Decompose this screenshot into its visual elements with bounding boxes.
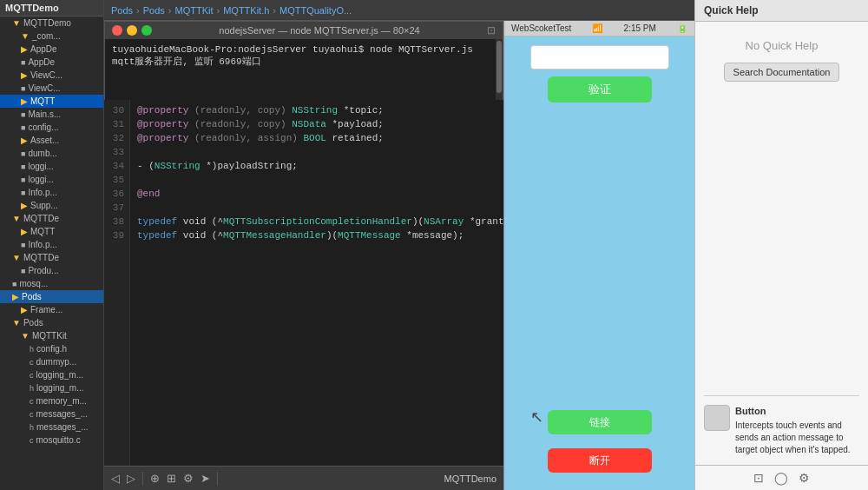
toolbar-build-icon[interactable]: ⊕ xyxy=(150,472,160,485)
code-editor[interactable]: 30 31 32 33 34 35 36 37 38 39 @property … xyxy=(104,100,503,466)
terminal-close-btn[interactable] xyxy=(112,25,122,36)
sim-input-field[interactable] xyxy=(530,45,669,70)
simulator-screen: 验证 ↖ 链接 断开 xyxy=(504,36,694,490)
folder-icon: ▶ xyxy=(21,201,28,210)
sidebar-item-assets[interactable]: ▶ Asset... xyxy=(0,134,103,147)
sidebar-item-msgm2[interactable]: h messages_... xyxy=(0,420,103,434)
right-panel: Quick Help No Quick Help Search Document… xyxy=(694,0,868,490)
sidebar-item-infop2[interactable]: ■ Info.p... xyxy=(0,238,103,251)
terminal-maximize-btn[interactable] xyxy=(141,25,152,36)
sidebar-item-viewc2[interactable]: ■ ViewC... xyxy=(0,82,103,95)
toolbar-run-icon[interactable]: ⊞ xyxy=(167,472,176,485)
sidebar-item-produ[interactable]: ■ Produ... xyxy=(0,264,103,277)
breadcrumb-mqttkith[interactable]: MQTTKit.h xyxy=(223,5,269,16)
sim-verify-button[interactable]: 验证 xyxy=(548,76,652,103)
terminal-line1: tuyaohuideMacBook-Pro:nodejsServer tuyao… xyxy=(112,44,496,55)
footer-back-icon[interactable]: ⊡ xyxy=(753,471,764,485)
terminal-collapse-icon[interactable]: ⊡ xyxy=(487,24,496,36)
terminal-minimize-btn[interactable] xyxy=(127,25,137,36)
breadcrumb-pods1[interactable]: Pods xyxy=(111,5,133,16)
sidebar-item-mqttde1[interactable]: ▼ MQTTDe xyxy=(0,212,103,225)
file-icon: ■ xyxy=(21,123,25,132)
sidebar-item-mosquitto[interactable]: c mosquitto.c xyxy=(0,434,103,447)
breadcrumb-pods2[interactable]: Pods xyxy=(143,5,165,16)
quick-help-header: Quick Help xyxy=(695,0,868,22)
code-content: @property (readonly, copy) NSString *top… xyxy=(130,100,503,466)
simulator-titlebar: WebScoketTest 📶 2:15 PM 🔋 xyxy=(504,21,694,36)
sidebar-item-appde2[interactable]: ■ AppDe xyxy=(0,56,103,69)
editor-area: nodejsServer — node MQTTServer.js — 80×2… xyxy=(104,21,503,490)
folder-icon: ▼ xyxy=(12,318,21,328)
bottom-toolbar: ◁ ▷ ⊕ ⊞ ⚙ ➤ MQTTDemo xyxy=(104,466,503,490)
footer-settings-icon[interactable]: ⚙ xyxy=(799,471,810,485)
code-line-38: typedef void (^MQTTSubscriptionCompletio… xyxy=(137,215,496,228)
sidebar-item-msgm1[interactable]: c messages_... xyxy=(0,407,103,420)
sidebar-item-appde1[interactable]: ▶ AppDe xyxy=(0,43,103,56)
sidebar-item-dummyp[interactable]: c dummyp... xyxy=(0,355,103,368)
sidebar-item-logm1[interactable]: c logging_m... xyxy=(0,368,103,381)
code-line-32: @property (readonly, assign) BOOL retain… xyxy=(137,131,496,145)
sim-content: 验证 xyxy=(504,36,694,394)
sidebar-item-loggi2[interactable]: ■ loggi... xyxy=(0,173,103,186)
footer-forward-icon[interactable]: ◯ xyxy=(774,471,788,485)
sidebar-item-loggi1[interactable]: ■ loggi... xyxy=(0,160,103,173)
toolbar-forward-icon[interactable]: ▷ xyxy=(127,472,135,485)
folder-icon: ▶ xyxy=(21,70,28,80)
sidebar-item-mosq[interactable]: ■ mosq... xyxy=(0,277,103,290)
code-line-37 xyxy=(137,201,496,215)
sim-disconnect-button[interactable]: 断开 xyxy=(548,448,652,473)
folder-icon: ▶ xyxy=(21,305,28,315)
toolbar-arrow-icon[interactable]: ➤ xyxy=(201,472,210,485)
sidebar-header: MQTTDemo xyxy=(0,0,103,17)
sidebar-item-configh[interactable]: h config.h xyxy=(0,342,103,355)
file-icon: ■ xyxy=(21,58,25,67)
breadcrumb-mqttkit[interactable]: MQTTKit xyxy=(175,5,214,16)
toolbar-back-icon[interactable]: ◁ xyxy=(111,472,120,485)
terminal-controls xyxy=(112,25,152,36)
folder-icon: ▶ xyxy=(21,136,28,145)
file-icon: ■ xyxy=(21,241,25,249)
folder-icon: ▼ xyxy=(21,31,30,41)
sidebar-item-config[interactable]: ■ config... xyxy=(0,121,103,134)
code-line-30: @property (readonly, copy) NSString *top… xyxy=(137,103,496,117)
sidebar-item-pods2[interactable]: ▼ Pods xyxy=(0,316,103,329)
file-icon: ■ xyxy=(21,189,25,197)
file-icon: ■ xyxy=(21,175,25,184)
file-icon: ■ xyxy=(21,267,25,275)
sidebar-item-infop[interactable]: ■ Info.p... xyxy=(0,186,103,199)
sidebar-item-mqttdemo[interactable]: ▼ MQTTDemo xyxy=(0,17,103,30)
toolbar-settings-icon[interactable]: ⚙ xyxy=(183,472,194,485)
sidebar-item-com[interactable]: ▼ _com... xyxy=(0,30,103,43)
button-icon xyxy=(704,405,730,431)
simulator-time: 2:15 PM xyxy=(624,23,656,33)
folder-icon: ▶ xyxy=(21,227,28,236)
sidebar-item-mains[interactable]: ■ Main.s... xyxy=(0,108,103,121)
sidebar-item-viewc1[interactable]: ▶ ViewC... xyxy=(0,69,103,82)
sidebar-item-pods1[interactable]: ▶ Pods xyxy=(0,290,103,303)
sidebar-item-mqtt2[interactable]: ▶ MQTT xyxy=(0,225,103,238)
terminal-window: nodejsServer — node MQTTServer.js — 80×2… xyxy=(104,21,503,100)
folder-icon: ▶ xyxy=(21,44,28,54)
search-documentation-button[interactable]: Search Documentation xyxy=(724,63,840,82)
breadcrumb-mqttquality[interactable]: MQTTQualityO... xyxy=(279,5,352,16)
terminal-scrollbar[interactable] xyxy=(496,39,503,100)
sidebar-item-frame[interactable]: ▶ Frame... xyxy=(0,303,103,316)
terminal-line2: mqtt服务器开启, 监听 6969端口 xyxy=(112,55,496,68)
file-icon: ■ xyxy=(21,84,25,93)
no-quick-help-text: No Quick Help xyxy=(746,39,819,52)
breadcrumb: Pods › Pods › MQTTKit › MQTTKit.h › MQTT… xyxy=(104,0,694,21)
line-numbers: 30 31 32 33 34 35 36 37 38 39 xyxy=(104,100,130,466)
sidebar-item-memm1[interactable]: c memory_m... xyxy=(0,394,103,407)
sim-connect-button[interactable]: 链接 xyxy=(548,410,652,434)
content-split: nodejsServer — node MQTTServer.js — 80×2… xyxy=(104,21,694,490)
sidebar-item-logm2[interactable]: h logging_m... xyxy=(0,381,103,394)
file-icon: ■ xyxy=(12,280,16,288)
sidebar-item-dumb[interactable]: ■ dumb... xyxy=(0,147,103,160)
sidebar-item-mqtt-selected[interactable]: ▶ MQTT xyxy=(0,95,103,108)
sidebar-item-mqttkit[interactable]: ▼ MQTTKit xyxy=(0,329,103,342)
main-area: Pods › Pods › MQTTKit › MQTTKit.h › MQTT… xyxy=(104,0,694,490)
file-icon: c xyxy=(30,397,34,406)
sidebar-item-supp[interactable]: ▶ Supp... xyxy=(0,199,103,212)
button-info-row: Button Intercepts touch events and sends… xyxy=(704,405,859,456)
sidebar-item-mqttde2[interactable]: ▼ MQTTDe xyxy=(0,251,103,264)
